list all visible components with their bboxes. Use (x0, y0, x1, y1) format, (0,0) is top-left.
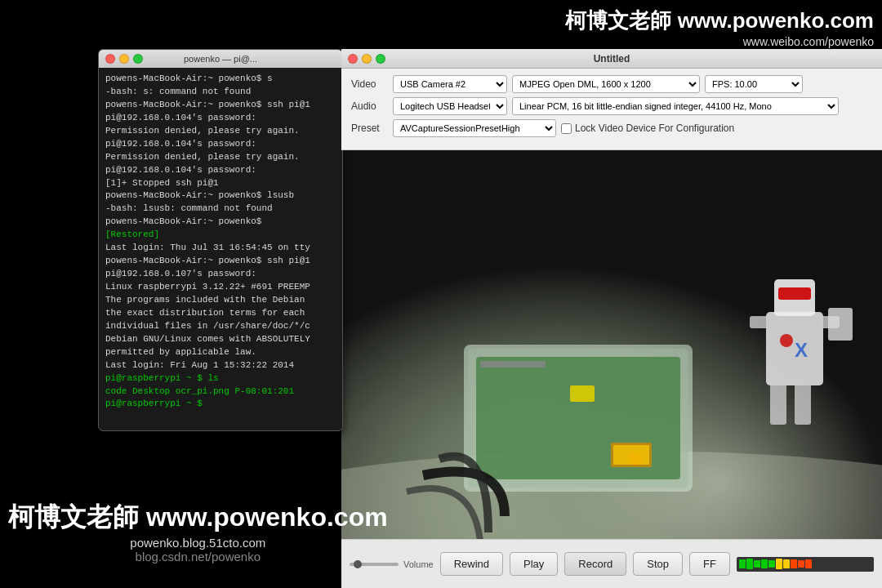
video-label: Video (351, 78, 388, 90)
camera-titlebar: Untitled (341, 49, 882, 69)
audio-device-select[interactable]: Logitech USB Headset (393, 97, 507, 115)
video-feed: X (341, 150, 882, 539)
preset-select[interactable]: AVCaptureSessionPresetHigh (393, 119, 556, 137)
terminal-window: powenko — pi@... powens-MacBook-Air:~ po… (98, 49, 343, 431)
ff-button[interactable]: FF (689, 552, 730, 576)
svg-text:X: X (795, 339, 808, 361)
svg-rect-22 (828, 308, 853, 341)
video-control-row: Video USB Camera #2 MJPEG Open DML, 1600… (351, 75, 872, 93)
playback-bar: Volume Rewind Play Record Stop FF (341, 539, 882, 588)
video-feed-inner: X (341, 150, 882, 539)
terminal-titlebar: powenko — pi@... (99, 50, 342, 68)
svg-rect-12 (613, 445, 649, 465)
rpi-scene: X (341, 150, 882, 539)
camera-traffic-lights (348, 54, 385, 64)
maximize-button[interactable] (133, 54, 143, 64)
stop-button[interactable]: Stop (633, 552, 683, 576)
watermark-sub-line: www.weibo.com/powenko (565, 35, 874, 48)
controls-area: Video USB Camera #2 MJPEG Open DML, 1600… (341, 69, 882, 150)
audio-format-select[interactable]: Linear PCM, 16 bit little-endian signed … (512, 97, 839, 115)
lock-checkbox-label[interactable]: Lock Video Device For Configuration (561, 122, 734, 134)
watermark-url2: blog.csdn.net/powenko (8, 550, 388, 564)
camera-close-button[interactable] (348, 54, 358, 64)
lock-checkbox[interactable] (561, 123, 572, 134)
close-button[interactable] (105, 54, 115, 64)
watermark-top: 柯博文老師 www.powenko.com www.weibo.com/powe… (565, 7, 874, 48)
watermark-top-line: 柯博文老師 www.powenko.com (565, 7, 874, 35)
volume-label: Volume (403, 559, 434, 569)
play-button[interactable]: Play (510, 552, 558, 576)
svg-rect-15 (778, 287, 811, 300)
watermark-bottom: 柯博文老師 www.powenko.com powenko.blog.51cto… (8, 500, 388, 564)
svg-rect-18 (770, 384, 786, 425)
watermark-bottom-main: 柯博文老師 www.powenko.com (8, 502, 388, 532)
minimize-button[interactable] (119, 54, 129, 64)
scene-svg: X (341, 150, 882, 539)
svg-rect-8 (570, 385, 595, 402)
watermark-url1: powenko.blog.51cto.com (8, 536, 388, 550)
svg-point-21 (780, 334, 793, 347)
camera-maximize-button[interactable] (376, 54, 385, 64)
svg-rect-19 (795, 384, 811, 425)
audio-control-row: Audio Logitech USB Headset Linear PCM, 1… (351, 97, 872, 115)
terminal-title: powenko — pi@... (184, 54, 257, 64)
level-meter (737, 557, 874, 572)
rewind-button[interactable]: Rewind (440, 552, 503, 576)
svg-rect-16 (750, 316, 770, 328)
preset-control-row: Preset AVCaptureSessionPresetHigh Lock V… (351, 119, 872, 137)
svg-rect-7 (480, 361, 546, 368)
camera-window-title: Untitled (594, 53, 630, 65)
traffic-lights (105, 54, 143, 64)
video-fps-select[interactable]: FPS: 10.00 (705, 75, 803, 93)
preset-label: Preset (351, 122, 388, 134)
video-codec-select[interactable]: MJPEG Open DML, 1600 x 1200 (512, 75, 700, 93)
audio-label: Audio (351, 100, 388, 112)
video-device-select[interactable]: USB Camera #2 (393, 75, 507, 93)
record-button[interactable]: Record (564, 552, 626, 576)
terminal-content[interactable]: powens-MacBook-Air:~ powenko$ s-bash: s:… (99, 68, 342, 430)
camera-minimize-button[interactable] (362, 54, 372, 64)
